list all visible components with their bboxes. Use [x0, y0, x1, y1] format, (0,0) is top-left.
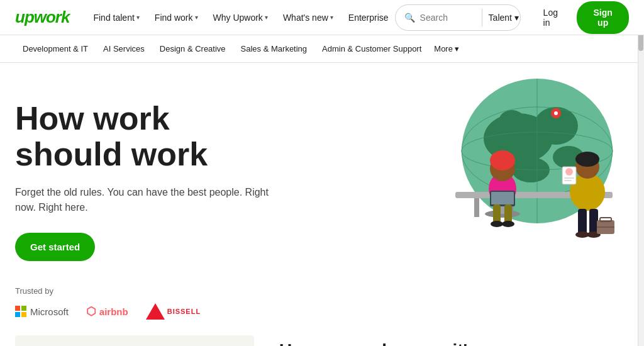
upwork-logo[interactable]: upwork	[15, 8, 69, 27]
svg-point-28	[502, 221, 514, 227]
svg-rect-26	[504, 204, 512, 223]
top-navigation: upwork Find talent ▾ Find work ▾ Why Upw…	[0, 0, 644, 35]
signup-button[interactable]: Sign up	[577, 1, 629, 34]
svg-point-31	[575, 152, 599, 167]
nav-why-upwork[interactable]: Why Upwork ▾	[207, 9, 274, 26]
svg-rect-35	[564, 177, 574, 179]
bottom-title: Up your work game, it's easy	[279, 340, 629, 346]
trusted-logos: Microsoft ⬡ airbnb BISSELL	[15, 303, 629, 320]
svg-rect-25	[493, 204, 501, 223]
trusted-label: Trusted by	[15, 286, 629, 296]
nav-find-talent[interactable]: Find talent ▾	[87, 9, 145, 26]
nav-find-work[interactable]: Find work ▾	[148, 9, 204, 26]
sec-nav-ai-services[interactable]: AI Services	[96, 42, 152, 56]
microsoft-logo: Microsoft	[15, 306, 69, 317]
sec-nav-sales-marketing[interactable]: Sales & Marketing	[233, 42, 315, 56]
svg-rect-14	[474, 198, 479, 217]
svg-point-11	[554, 111, 558, 115]
chevron-down-icon: ▾	[136, 14, 140, 21]
scrollbar[interactable]	[638, 0, 644, 346]
sec-nav-admin-support[interactable]: Admin & Customer Support	[314, 42, 429, 56]
get-started-button[interactable]: Get started	[15, 233, 95, 261]
hero-title: How work should work	[15, 101, 279, 172]
sec-nav-more-button[interactable]: More ▾	[429, 42, 464, 56]
bottom-left-image	[15, 335, 254, 346]
secondary-navigation: Development & IT AI Services Design & Cr…	[0, 35, 644, 63]
svg-rect-38	[578, 209, 587, 234]
svg-point-5	[499, 110, 525, 129]
svg-rect-24	[491, 192, 514, 204]
svg-point-20	[490, 150, 515, 170]
search-icon: 🔍	[404, 13, 415, 23]
talent-filter-button[interactable]: Talent ▾	[482, 9, 525, 26]
globe-illustration	[392, 69, 631, 277]
login-button[interactable]: Log in	[536, 3, 571, 33]
microsoft-grid-icon	[15, 306, 26, 317]
search-input[interactable]	[420, 13, 477, 23]
chevron-down-icon: ▾	[195, 14, 198, 21]
svg-point-34	[565, 168, 573, 176]
svg-rect-36	[564, 180, 572, 181]
bottom-section: Up your work game, it's easy ✏ No cost t…	[0, 335, 644, 346]
nav-enterprise[interactable]: Enterprise	[342, 9, 395, 26]
search-bar[interactable]: 🔍 Talent ▾	[395, 4, 521, 31]
airbnb-icon: ⬡	[86, 304, 96, 318]
auth-buttons: Log in Sign up	[536, 1, 629, 34]
chevron-down-icon: ▾	[514, 13, 519, 23]
primary-nav-links: Find talent ▾ Find work ▾ Why Upwork ▾ W…	[87, 9, 394, 26]
svg-rect-43	[600, 218, 611, 221]
svg-rect-39	[589, 209, 598, 234]
bottom-right-content: Up your work game, it's easy ✏ No cost t…	[279, 335, 629, 346]
hero-subtitle: Forget the old rules. You can have the b…	[15, 185, 279, 215]
chevron-down-icon: ▾	[330, 14, 333, 21]
sec-nav-design-creative[interactable]: Design & Creative	[152, 42, 233, 56]
hero-content: How work should work Forget the old rule…	[15, 94, 279, 261]
bissell-logo: BISSELL	[146, 303, 201, 320]
nav-whats-new[interactable]: What's new ▾	[277, 9, 340, 26]
trusted-section: Trusted by Microsoft ⬡ airbnb BISSELL	[0, 280, 644, 332]
bissell-icon	[146, 303, 165, 320]
svg-point-27	[491, 221, 503, 227]
airbnb-logo: ⬡ airbnb	[86, 304, 128, 318]
chevron-down-icon: ▾	[265, 14, 268, 21]
chevron-down-icon: ▾	[455, 44, 459, 53]
hero-section: How work should work Forget the old rule…	[0, 63, 644, 280]
hero-illustration	[392, 69, 631, 277]
sec-nav-development-it[interactable]: Development & IT	[15, 42, 96, 56]
